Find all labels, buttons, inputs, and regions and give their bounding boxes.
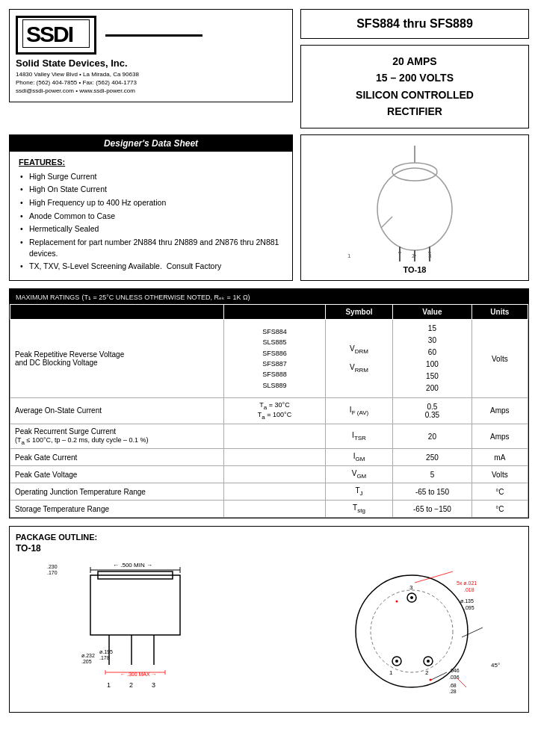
feature-item: High Surge Current xyxy=(19,171,283,182)
spec-line2: 15 – 200 VOLTS xyxy=(309,69,521,86)
svg-text:.095: .095 xyxy=(464,605,474,610)
feature-item: High On State Current xyxy=(19,184,283,195)
svg-line-59 xyxy=(457,678,466,687)
table-row: Storage Temperature Range Tstg -65 to −1… xyxy=(10,501,528,518)
feature-item: Replacement for part number 2N884 thru 2… xyxy=(19,237,283,258)
svg-text:5x ø.021: 5x ø.021 xyxy=(457,580,477,586)
symbol-cell: ITSR xyxy=(325,424,392,449)
svg-text:SSDI: SSDI xyxy=(26,22,73,46)
symbol-cell: TJ xyxy=(325,483,392,501)
model-cell xyxy=(224,449,326,466)
svg-text:3: 3 xyxy=(152,681,155,689)
svg-text:3: 3 xyxy=(428,252,432,259)
value-cell: -65 to −150 xyxy=(393,501,471,518)
col-model xyxy=(224,305,326,320)
ssdi-logo: SSDI xyxy=(16,16,286,55)
table-row: Operating Junction Temperature Range TJ … xyxy=(10,483,528,501)
col-value: Value xyxy=(393,305,471,320)
model-cell xyxy=(224,483,326,501)
table-row: Peak Gate Current IGM 250 mA xyxy=(10,449,528,466)
svg-text:.28: .28 xyxy=(449,689,457,694)
package-outline: PACKAGE OUTLINE: TO-18 ← .500 MIN → .230… xyxy=(9,526,529,713)
logo-section: SSDI Solid State Devices, Inc. 14830 Val… xyxy=(9,9,293,102)
svg-line-7 xyxy=(381,217,392,228)
company-address: 14830 Valley View Blvd • La Mirada, Ca 9… xyxy=(16,70,286,96)
ratings-header: MAXIMUM RATINGS (T₁ = 25°C UNLESS OTHERW… xyxy=(10,289,528,304)
value-cell: 250 xyxy=(393,449,471,466)
symbol-cell: IF (AV) xyxy=(325,398,392,424)
title-section: SFS884 thru SFS889 20 AMPS 15 – 200 VOLT… xyxy=(300,9,529,128)
value-cell: -65 to 150 xyxy=(393,483,471,501)
value-cell: 153060100150200 xyxy=(393,320,471,398)
svg-text:.170: .170 xyxy=(47,570,58,575)
svg-line-57 xyxy=(462,628,483,637)
spec-line1: 20 AMPS xyxy=(309,53,521,69)
col-units: Units xyxy=(471,305,528,320)
feature-item: TX, TXV, S-Level Screening Available. Co… xyxy=(19,261,283,272)
svg-point-40 xyxy=(395,660,398,663)
col-symbol: Symbol xyxy=(325,305,392,320)
spec-line3: SILICON CONTROLLED xyxy=(309,87,521,103)
features-header: Designer's Data Sheet xyxy=(10,135,292,152)
units-cell: Volts xyxy=(471,320,528,398)
svg-text:1: 1 xyxy=(389,669,393,676)
col-param xyxy=(10,305,224,320)
svg-rect-21 xyxy=(90,575,180,635)
svg-text:.68: .68 xyxy=(449,683,457,688)
package-label: TO-18 xyxy=(404,265,427,274)
ratings-table: Symbol Value Units Peak Repetitive Rever… xyxy=(10,304,528,518)
param-cell: Peak Recurrent Surge Current (Ta ≤ 100°C… xyxy=(10,424,224,449)
table-row: Peak Repetitive Reverse Voltageand DC Bl… xyxy=(10,320,528,398)
symbol-cell: VGM xyxy=(325,466,392,483)
model-cell: Ta = 30°CTa = 100°C xyxy=(224,398,326,424)
header: SSDI Solid State Devices, Inc. 14830 Val… xyxy=(9,9,529,128)
svg-text:ø.195: ø.195 xyxy=(99,649,113,654)
package-diagram: 1 2 3 xyxy=(307,141,522,263)
to18-label: TO-18 xyxy=(16,543,522,554)
svg-point-44 xyxy=(410,596,413,599)
param-cell: Peak Gate Voltage xyxy=(10,466,224,483)
features-list: High Surge Current High On State Current… xyxy=(19,171,283,273)
svg-point-61 xyxy=(396,601,398,603)
ssdi-logo-box: SSDI xyxy=(16,16,96,55)
param-cell: Peak Gate Current xyxy=(10,449,224,466)
svg-text:3: 3 xyxy=(409,584,413,591)
svg-text:.230: .230 xyxy=(47,564,58,569)
datasheet-section: Designer's Data Sheet FEATURES: High Sur… xyxy=(9,134,529,282)
company-name: Solid State Devices, Inc. xyxy=(16,58,286,69)
symbol-cell: IGM xyxy=(325,449,392,466)
units-cell: Amps xyxy=(471,424,528,449)
svg-point-42 xyxy=(427,660,430,663)
svg-text:2: 2 xyxy=(425,669,429,676)
symbol-cell: VDRMVRRM xyxy=(325,320,392,398)
ratings-section: MAXIMUM RATINGS (T₁ = 25°C UNLESS OTHERW… xyxy=(9,288,529,518)
svg-text:.178: .178 xyxy=(99,655,110,660)
spec-line4: RECTIFIER xyxy=(309,103,521,120)
units-cell: Amps xyxy=(471,398,528,424)
svg-text:.205: .205 xyxy=(81,659,92,664)
svg-text:1: 1 xyxy=(347,252,351,259)
table-row: Peak Gate Voltage VGM 5 Volts xyxy=(10,466,528,483)
value-cell: 0.50.35 xyxy=(393,398,471,424)
param-cell: Operating Junction Temperature Range xyxy=(10,483,224,501)
package-image: 1 2 3 TO-18 xyxy=(300,134,529,282)
features-title: FEATURES: xyxy=(19,158,283,167)
outline-diagram: ← .500 MIN → .230 .170 ø.232 .205 ø.195 … xyxy=(16,557,522,706)
ratings-note: (T₁ = 25°C UNLESS OTHERWISE NOTED, Rₑₖ =… xyxy=(81,294,250,301)
value-cell: 20 xyxy=(393,424,471,449)
features-box: Designer's Data Sheet FEATURES: High Sur… xyxy=(9,134,293,282)
model-cell xyxy=(224,424,326,449)
svg-text:← .500 MIN →: ← .500 MIN → xyxy=(113,562,152,568)
feature-item: Anode Common to Case xyxy=(19,211,283,222)
svg-point-62 xyxy=(430,679,432,681)
model-cell xyxy=(224,466,326,483)
svg-text:ø.232: ø.232 xyxy=(81,653,95,658)
svg-text:.018: .018 xyxy=(464,587,474,592)
features-content: FEATURES: High Surge Current High On Sta… xyxy=(10,152,292,281)
table-row: Average On-State Current Ta = 30°CTa = 1… xyxy=(10,398,528,424)
param-cell: Peak Repetitive Reverse Voltageand DC Bl… xyxy=(10,320,224,398)
feature-item: High Frequency up to 400 Hz operation xyxy=(19,197,283,208)
svg-text:.046: .046 xyxy=(449,668,460,673)
part-number: SFS884 thru SFS889 xyxy=(300,9,529,39)
svg-text:1: 1 xyxy=(107,681,111,689)
